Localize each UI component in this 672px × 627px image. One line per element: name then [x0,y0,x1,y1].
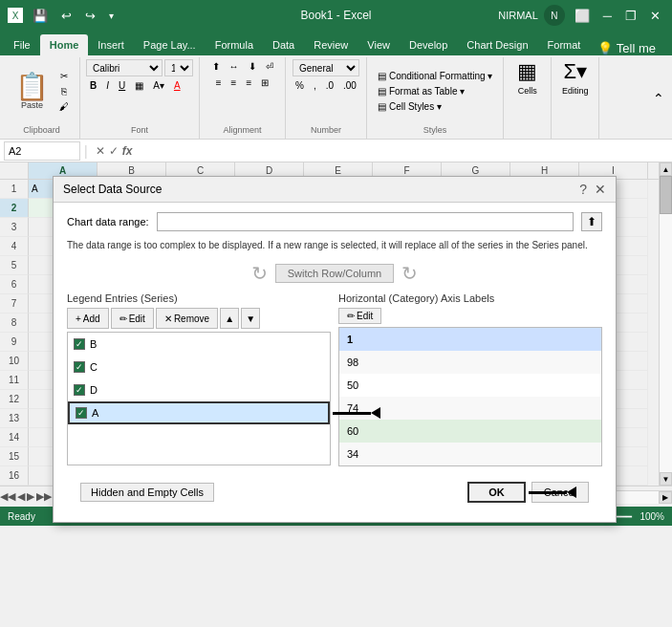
align-top-button[interactable]: ⬆ [208,59,224,74]
comma-button[interactable]: , [310,78,320,93]
conditional-formatting-button[interactable]: ▤ Conditional Formatting ▾ [373,69,497,83]
copy-button[interactable]: ⎘ [55,84,73,98]
align-bottom-button[interactable]: ⬇ [245,59,260,74]
merge-button[interactable]: ⊞ [257,76,272,90]
axis-edit-icon: ✏ [347,311,355,321]
list-item[interactable]: ✓ B [68,333,330,356]
cells-icon: ▦ [517,59,537,84]
arrow-left-icon: ↺ [251,262,268,285]
cells-label: Cells [518,86,537,96]
remove-icon: ✕ [164,314,172,324]
confirm-formula-button[interactable]: ✓ [109,144,119,158]
font-size-select[interactable]: 11 [164,59,193,76]
dialog-help-button[interactable]: ? [579,182,587,197]
wrap-text-button[interactable]: ⏎ [262,59,277,74]
edit-axis-button[interactable]: ✏ Edit [338,308,381,324]
edit-series-button[interactable]: ✏ Edit [111,308,154,329]
font-name-select[interactable]: Calibri [86,59,163,76]
clipboard-small-btns: ✂ ⎘ 🖌 [55,69,73,114]
legend-checkbox-d[interactable]: ✓ [74,384,85,396]
list-item: 98 [339,351,601,374]
move-down-button[interactable]: ▼ [241,308,260,329]
paste-button[interactable]: 📋 Paste [11,71,54,113]
align-right-button[interactable]: ≡ [242,76,255,90]
cf-icon: ▤ [378,71,386,81]
legend-checkbox-a[interactable]: ✓ [76,407,87,419]
formula-input[interactable] [136,144,668,158]
styles-group: ▤ Conditional Formatting ▾ ▤ Format as T… [367,57,504,139]
tab-page-layout[interactable]: Page Lay... [134,34,206,55]
tab-formula[interactable]: Formula [206,34,263,55]
add-series-button[interactable]: + Add [67,308,109,329]
format-painter-button[interactable]: 🖌 [55,99,73,114]
cell-styles-button[interactable]: ▤ Cell Styles ▾ [373,99,497,114]
panels-row: Legend Entries (Series) + Add ✏ Edit [67,292,602,466]
move-up-button[interactable]: ▲ [220,308,239,329]
scroll-right-button[interactable]: ▶ [659,491,672,504]
help-area: ⌃ [649,57,668,139]
border-button[interactable]: ▦ [131,78,147,93]
underline-button[interactable]: U [115,78,129,93]
sheet-nav-next-button[interactable]: ▶ [27,490,34,503]
hidden-empty-cells-button[interactable]: Hidden and Empty Cells [80,483,214,502]
cut-button[interactable]: ✂ [55,69,73,83]
tell-me-input[interactable]: 💡 Tell me [597,41,656,55]
list-item[interactable]: ✓ A [68,401,330,424]
chart-range-input[interactable] [157,212,574,231]
dialog-close-button[interactable]: ✕ [595,182,606,197]
chart-range-collapse-button[interactable]: ⬆ [581,212,602,231]
sheet-nav-prev-button[interactable]: ◀ [17,490,25,503]
remove-series-button[interactable]: ✕ Remove [156,308,218,329]
increase-decimal-button[interactable]: .0 [322,78,337,93]
close-button[interactable]: ✕ [646,7,664,25]
font-color-button[interactable]: A [170,78,184,93]
window-title: Book1 - Excel [300,9,371,22]
tab-review[interactable]: Review [304,34,358,55]
switch-row-col-button[interactable]: Switch Row/Column [275,264,394,283]
undo-button[interactable]: ↩ [57,7,76,25]
sheet-nav-first-button[interactable]: ◀◀ [0,490,15,503]
tab-file[interactable]: File [4,34,40,55]
redo-button[interactable]: ↪ [81,7,99,25]
cancel-button[interactable]: Cancel [531,482,589,503]
ok-button[interactable]: OK [467,482,526,503]
tab-develop[interactable]: Develop [400,34,457,55]
sheet-nav-last-button[interactable]: ▶▶ [36,490,52,503]
tab-home[interactable]: Home [40,34,89,55]
align-left-button[interactable]: ≡ [212,76,226,90]
align-center-button[interactable]: ≡ [228,76,241,90]
list-item: 74 [339,397,601,420]
dialog-footer: Hidden and Empty Cells OK Cancel [67,476,602,512]
minimize-button[interactable]: ─ [599,7,616,25]
tab-view[interactable]: View [358,34,400,55]
legend-label-d: D [90,384,98,396]
tab-insert[interactable]: Insert [88,34,134,55]
customize-qat-button[interactable]: ▾ [105,9,118,23]
tab-data[interactable]: Data [263,34,304,55]
list-item[interactable]: ✓ D [68,378,330,401]
tab-chart-design[interactable]: Chart Design [457,34,537,55]
user-name: NIRMAL [498,10,538,21]
legend-checkbox-c[interactable]: ✓ [74,361,85,373]
percent-button[interactable]: % [292,78,308,93]
align-middle-button[interactable]: ↔ [226,59,243,74]
bold-button[interactable]: B [86,78,100,93]
format-as-table-button[interactable]: ▤ Format as Table ▾ [373,84,497,98]
dialog-title-text: Select Data Source [63,183,162,196]
name-box[interactable] [4,141,80,161]
list-item[interactable]: ✓ C [68,356,330,378]
legend-label-b: B [90,338,97,350]
collapse-ribbon-button[interactable]: ⌃ [649,89,668,108]
save-button[interactable]: 💾 [29,7,52,25]
legend-checkbox-b[interactable]: ✓ [74,338,85,350]
styles-label: Styles [423,125,447,135]
tab-format[interactable]: Format [538,34,591,55]
italic-button[interactable]: I [102,78,113,93]
restore-button[interactable]: ❐ [621,7,640,25]
axis-panel: Horizontal (Category) Axis Labels ✏ Edit… [338,292,602,466]
share-button[interactable]: ⬜ [571,7,594,25]
number-format-select[interactable]: General [293,59,359,76]
fill-color-button[interactable]: A▾ [149,78,168,93]
decrease-decimal-button[interactable]: .00 [339,78,360,93]
cancel-formula-button[interactable]: ✕ [96,144,105,158]
